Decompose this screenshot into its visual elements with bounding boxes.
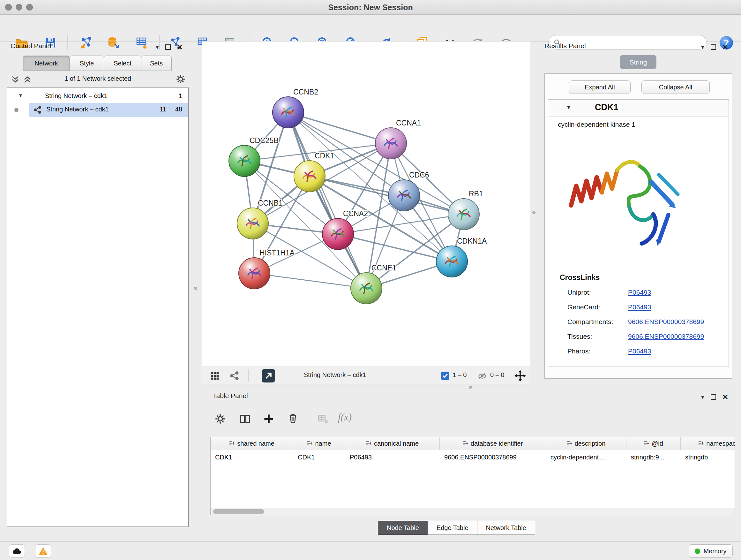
network-canvas[interactable]: CCNB2CCNA1CDC25BCDK1CDC6RB1CCNB1CCNA2CDK… bbox=[202, 42, 530, 367]
network-node-CCNA1[interactable] bbox=[375, 128, 407, 159]
network-node-CDC6[interactable] bbox=[388, 180, 420, 211]
table-cell[interactable]: stringdb:9... bbox=[626, 450, 681, 464]
grid-view-icon[interactable] bbox=[210, 371, 219, 381]
add-column-icon[interactable] bbox=[263, 414, 274, 424]
app-window: Session: New Session bbox=[0, 0, 741, 560]
network-node-RB1[interactable] bbox=[448, 199, 479, 230]
crosslink-value-link[interactable]: 9606.ENSP00000378699 bbox=[628, 318, 704, 326]
delete-column-trash-icon[interactable] bbox=[287, 413, 298, 424]
panel-close-icon[interactable]: × bbox=[723, 44, 728, 51]
show-columns-icon[interactable] bbox=[240, 414, 251, 424]
crosslink-value-link[interactable]: 9606.ENSP00000378699 bbox=[628, 333, 704, 340]
table-h-scrollbar-track[interactable] bbox=[211, 508, 735, 515]
network-node-CDK1[interactable] bbox=[294, 161, 325, 192]
panel-menu-icon[interactable]: ▾ bbox=[701, 44, 704, 50]
tab-string[interactable]: String bbox=[620, 55, 657, 69]
open-in-window-button[interactable] bbox=[262, 369, 275, 382]
table-cell[interactable]: 9606.ENSP00000378699 bbox=[440, 450, 546, 464]
tab-network-table[interactable]: Network Table bbox=[477, 521, 535, 535]
table-h-scrollbar-thumb[interactable] bbox=[213, 509, 264, 514]
toolbar-separator bbox=[67, 35, 68, 50]
disclosure-triangle-icon[interactable]: ▼ bbox=[18, 92, 23, 98]
panel-float-icon[interactable] bbox=[711, 394, 716, 400]
panel-menu-icon[interactable]: ▾ bbox=[701, 394, 704, 400]
network-node-CCNE1[interactable] bbox=[351, 273, 382, 304]
panel-float-icon[interactable] bbox=[165, 44, 171, 50]
sort-icon bbox=[366, 440, 372, 447]
protein-structure-image bbox=[563, 140, 691, 263]
table-cell[interactable]: P06493 bbox=[345, 450, 440, 464]
panel-close-icon[interactable]: × bbox=[177, 44, 183, 51]
status-bar: Memory bbox=[0, 542, 741, 560]
import-network-file-button[interactable] bbox=[77, 35, 95, 51]
tab-network[interactable]: Network bbox=[23, 56, 70, 71]
crosslink-value-link[interactable]: P06493 bbox=[628, 289, 651, 296]
disclosure-triangle-icon[interactable]: ▼ bbox=[566, 105, 571, 111]
pan-crosshair-icon[interactable] bbox=[515, 370, 526, 381]
column-header-namespace[interactable]: namespace bbox=[681, 437, 735, 450]
column-header-canonical-name[interactable]: canonical name bbox=[345, 437, 440, 450]
results-panel-controls: ▾ × bbox=[701, 43, 728, 51]
network-node-CCNB2[interactable] bbox=[273, 97, 304, 128]
memory-status-icon bbox=[695, 549, 700, 554]
panel-close-icon[interactable]: × bbox=[723, 393, 728, 400]
vertical-splitter-handle[interactable] bbox=[532, 211, 536, 214]
table-mode-gear-icon[interactable] bbox=[215, 414, 226, 424]
memory-button[interactable]: Memory bbox=[689, 544, 733, 558]
network-node-CCNB1[interactable] bbox=[237, 208, 268, 239]
crosslink-row: Compartments:9606.ENSP00000378699 bbox=[548, 315, 729, 329]
tab-select[interactable]: Select bbox=[104, 56, 141, 71]
horizontal-splitter-handle[interactable] bbox=[469, 386, 472, 389]
panel-float-icon[interactable] bbox=[711, 44, 716, 50]
network-node-CDC25B[interactable] bbox=[229, 145, 260, 177]
cloud-button[interactable] bbox=[9, 544, 25, 558]
crosslink-value-link[interactable]: P06493 bbox=[628, 303, 651, 311]
gene-name: CDK1 bbox=[595, 103, 618, 112]
function-builder-button[interactable]: f(x) bbox=[338, 412, 352, 423]
table-tabs: Node Table Edge Table Network Table bbox=[378, 521, 535, 535]
sort-icon bbox=[307, 440, 313, 447]
table-cell[interactable]: CDK1 bbox=[293, 450, 345, 464]
network-node-CDKN1A[interactable] bbox=[436, 246, 468, 277]
table-cell[interactable]: stringdb bbox=[681, 450, 735, 464]
sort-icon bbox=[463, 440, 468, 447]
import-network-file-icon bbox=[79, 36, 93, 50]
vertical-splitter-handle[interactable] bbox=[194, 287, 197, 290]
tree-row-network[interactable]: String Network – cdk1 11 48 bbox=[7, 103, 188, 117]
column-header-name[interactable]: name bbox=[293, 437, 345, 450]
crosslink-row: Uniprot:P06493 bbox=[548, 286, 729, 300]
table-cell[interactable]: cyclin-dependent ... bbox=[546, 450, 626, 464]
panel-menu-icon[interactable]: ▾ bbox=[156, 44, 159, 50]
node-count: 11 bbox=[151, 106, 166, 113]
tab-sets[interactable]: Sets bbox=[141, 56, 172, 71]
network-view-icon[interactable] bbox=[230, 371, 239, 381]
crosslink-value-link[interactable]: P06493 bbox=[628, 348, 651, 355]
collapse-all-button[interactable]: Collapse All bbox=[642, 80, 710, 94]
gear-icon[interactable] bbox=[176, 74, 185, 84]
tab-node-table[interactable]: Node Table bbox=[378, 521, 428, 535]
network-node-CCNA2[interactable] bbox=[322, 219, 354, 250]
network-graph[interactable]: CCNB2CCNA1CDC25BCDK1CDC6RB1CCNB1CCNA2CDK… bbox=[202, 42, 530, 367]
column-header--id[interactable]: @id bbox=[626, 437, 681, 450]
gene-section-header[interactable]: ▼ CDK1 bbox=[548, 100, 729, 117]
network-tree: ▼ String Network – cdk1 1 String Network… bbox=[7, 87, 189, 527]
table-row[interactable]: CDK1CDK1P064939606.ENSP00000378699cyclin… bbox=[211, 450, 735, 464]
column-header-database-identifier[interactable]: database identifier bbox=[440, 437, 546, 450]
network-node-HIST1H1A[interactable] bbox=[239, 258, 270, 289]
selected-checkbox-icon[interactable] bbox=[441, 372, 449, 380]
table-toolbar: f(x) bbox=[210, 409, 735, 430]
hidden-eye-icon[interactable] bbox=[477, 371, 487, 381]
tab-style[interactable]: Style bbox=[70, 56, 104, 71]
column-header-description[interactable]: description bbox=[546, 437, 626, 450]
expand-all-button[interactable]: Expand All bbox=[569, 80, 630, 94]
table-cell[interactable]: CDK1 bbox=[211, 450, 293, 464]
network-selection-bar: 1 of 1 Network selected bbox=[7, 73, 189, 86]
import-table-button[interactable] bbox=[133, 35, 150, 51]
column-header-shared-name[interactable]: shared name bbox=[211, 437, 293, 450]
warnings-button[interactable] bbox=[35, 544, 51, 558]
import-network-database-button[interactable] bbox=[105, 35, 122, 51]
tab-edge-table[interactable]: Edge Table bbox=[428, 521, 477, 535]
tree-row-collection[interactable]: ▼ String Network – cdk1 1 bbox=[7, 90, 188, 103]
crosslinks-title: CrossLinks bbox=[560, 273, 600, 282]
crosslink-label: Pharos: bbox=[567, 348, 590, 355]
